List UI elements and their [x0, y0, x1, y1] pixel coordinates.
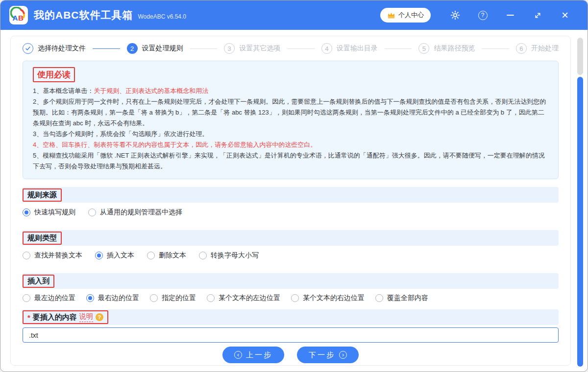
app-window: A B 我的ABC软件工具箱 WodeABC v6.54.0 个人中心 — [0, 0, 588, 372]
step-label: 结果路径预览 — [434, 44, 475, 53]
insert-content-band: * 要插入的内容 说明 ? — [23, 309, 559, 325]
radio-icon — [95, 252, 103, 259]
radio-label: 查找并替换文本 — [34, 251, 82, 260]
radio-label: 指定的位置 — [162, 294, 196, 302]
step-6-start-processing[interactable]: 6 开始处理 — [516, 43, 559, 54]
step-separator — [482, 48, 509, 49]
step-1-select-files[interactable]: 选择待处理文件 — [23, 43, 86, 54]
question-help-icon[interactable]: ? — [96, 313, 103, 321]
settings-gear-icon[interactable] — [441, 6, 469, 24]
help-icon[interactable]: ? — [469, 6, 496, 24]
titlebar-actions: 个人中心 ? × — [380, 6, 579, 24]
radio-from-rule-manager[interactable]: 从通用的规则管理器中选择 — [88, 208, 182, 217]
radio-right-of-text[interactable]: 某个文本的右边位置 — [291, 294, 365, 302]
rule-type-heading: 规则类型 — [23, 232, 62, 245]
radio-quick-fill-rule[interactable]: 快速填写规则 — [23, 208, 75, 217]
radio-label: 最右边的位置 — [98, 294, 139, 302]
minimize-button[interactable] — [496, 6, 524, 24]
step-label: 开始处理 — [531, 44, 559, 53]
radio-icon — [150, 294, 158, 302]
minimize-glyph — [507, 15, 514, 16]
insert-position-options: 最左边的位置 最右边的位置 指定的位置 某个文本的左边位置 某个文本的右边位置 — [23, 289, 559, 307]
user-center-label: 个人中心 — [398, 11, 424, 20]
radio-delete-text[interactable]: 删除文本 — [147, 251, 186, 260]
required-mark: * — [27, 313, 30, 322]
app-version: WodeABC v6.54.0 — [138, 13, 187, 20]
step-3-number: 3 — [224, 43, 235, 54]
scrollbar-thumb[interactable] — [577, 77, 583, 367]
step-separator — [385, 48, 412, 49]
step-2-number: 2 — [127, 43, 138, 54]
step-label: 设置其它选项 — [239, 44, 280, 53]
scrollbar-track-segment — [577, 38, 583, 75]
radio-icon — [375, 294, 383, 302]
radio-label: 从通用的规则管理器中选择 — [100, 208, 182, 217]
concepts-help-link[interactable]: 关于规则、正则表达式的基本概念和用法 — [94, 87, 208, 94]
wizard-stepper: 选择待处理文件 2 设置处理规则 3 设置其它选项 4 设置输出目录 5 结果路… — [11, 36, 570, 61]
prev-step-button[interactable]: ‹ 上一步 — [222, 347, 284, 363]
insert-content-label: 要插入的内容 — [33, 313, 77, 322]
svg-text:B: B — [18, 14, 24, 22]
app-logo-icon: A B — [9, 6, 28, 24]
step-6-number: 6 — [516, 43, 527, 54]
chevron-right-circle-icon: › — [339, 351, 347, 359]
notice-item-1-text: 1、基本概念请单击： — [33, 87, 94, 94]
step-label: 选择待处理文件 — [38, 44, 86, 53]
rule-source-heading: 规则来源 — [23, 188, 62, 202]
main-panel: 选择待处理文件 2 设置处理规则 3 设置其它选项 4 设置输出目录 5 结果路… — [10, 36, 571, 366]
radio-icon — [86, 294, 94, 302]
notice-item-1: 1、基本概念请单击：关于规则、正则表达式的基本概念和用法 — [33, 86, 548, 96]
step-2-set-rules[interactable]: 2 设置处理规则 — [127, 43, 183, 54]
step-5-result-preview[interactable]: 5 结果路径预览 — [418, 43, 475, 54]
chevron-left-circle-icon: ‹ — [234, 351, 242, 359]
radio-icon — [207, 294, 215, 302]
radio-leftmost-position[interactable]: 最左边的位置 — [23, 294, 75, 302]
step-4-output-dir[interactable]: 4 设置输出目录 — [321, 43, 378, 54]
insert-position-band: 插入到 — [23, 273, 559, 289]
user-center-button[interactable]: 个人中心 — [380, 8, 431, 23]
insert-content-heading: * 要插入的内容 说明 ? — [23, 310, 108, 324]
step-3-other-options[interactable]: 3 设置其它选项 — [224, 43, 280, 54]
explain-link[interactable]: 说明 — [79, 312, 93, 322]
svg-text:A: A — [12, 14, 18, 22]
radio-overwrite-all[interactable]: 覆盖全部内容 — [375, 294, 428, 302]
step-separator — [190, 48, 218, 49]
next-step-button[interactable]: 下一步 › — [297, 347, 359, 363]
rule-type-band: 规则类型 — [23, 230, 559, 246]
radio-convert-case[interactable]: 转换字母大小写 — [199, 251, 259, 260]
radio-label: 快速填写规则 — [34, 208, 75, 217]
insert-content-input[interactable] — [23, 327, 559, 343]
prev-step-label: 上一步 — [246, 350, 272, 360]
radio-label: 某个文本的左边位置 — [219, 294, 280, 302]
radio-label: 转换字母大小写 — [211, 251, 259, 260]
radio-label: 最左边的位置 — [34, 294, 75, 302]
radio-find-replace-text[interactable]: 查找并替换文本 — [23, 251, 82, 260]
radio-icon — [23, 294, 30, 302]
close-button[interactable]: × — [551, 6, 579, 24]
radio-rightmost-position[interactable]: 最右边的位置 — [86, 294, 139, 302]
notice-item-5: 5、模糊查找功能采用「微软 .NET 正则表达式解析引擎」来实现，「正则表达式」… — [33, 150, 548, 172]
step-5-number: 5 — [418, 43, 429, 54]
step-separator — [93, 48, 120, 49]
step-label: 设置处理规则 — [142, 44, 183, 53]
maximize-button[interactable] — [524, 6, 551, 24]
next-step-label: 下一步 — [309, 350, 335, 360]
step-4-number: 4 — [321, 43, 332, 54]
notice-item-2: 2、多个规则应用于同一文件时，只有在上一条规则处理完后，才会处理下一条规则。因此… — [33, 96, 548, 129]
radio-left-of-text[interactable]: 某个文本的左边位置 — [207, 294, 280, 302]
crown-icon — [387, 12, 395, 19]
help-question-glyph: ? — [478, 11, 488, 20]
insert-position-heading: 插入到 — [23, 275, 54, 288]
radio-icon — [88, 209, 96, 216]
usage-notice-box: 使用必读 1、基本概念请单击：关于规则、正则表达式的基本概念和用法 2、多个规则… — [23, 61, 559, 179]
radio-icon — [199, 252, 207, 259]
notice-item-4: 4、空格、回车换行、制表符等看不见的内容也属于文本，因此，请务必留意输入内容中的… — [33, 140, 548, 150]
radio-specified-position[interactable]: 指定的位置 — [150, 294, 196, 302]
app-title: 我的ABC软件工具箱 — [34, 8, 133, 22]
radio-icon — [291, 294, 299, 302]
radio-label: 删除文本 — [159, 251, 186, 260]
radio-label: 某个文本的右边位置 — [303, 294, 365, 302]
vertical-scrollbar — [577, 33, 583, 368]
wizard-footer: ‹ 上一步 下一步 › — [23, 347, 559, 363]
radio-insert-text[interactable]: 插入文本 — [95, 251, 134, 260]
